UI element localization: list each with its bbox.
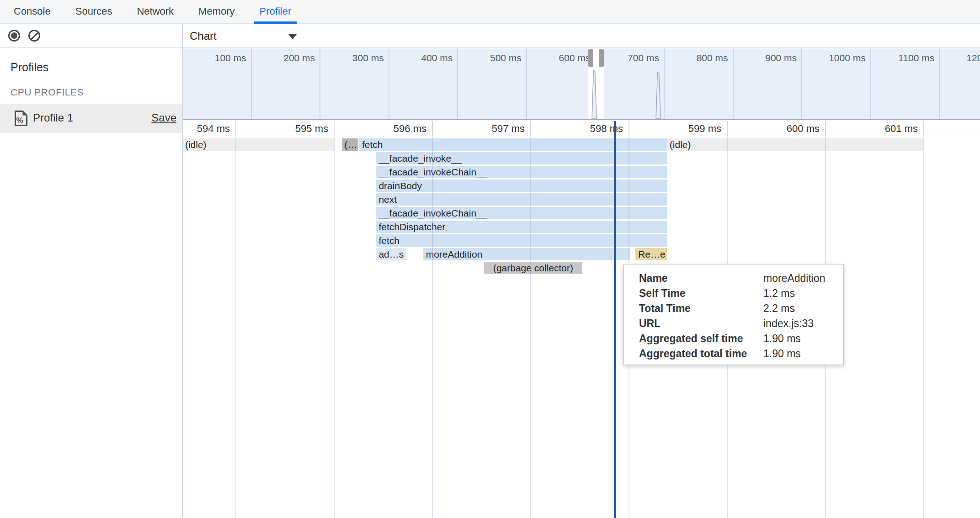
ruler-tick-label: 597 ms xyxy=(439,123,525,135)
ruler-tick xyxy=(235,121,236,136)
tab-console[interactable]: Console xyxy=(13,0,52,23)
ruler-tick xyxy=(334,121,335,136)
ruler-tick xyxy=(825,121,826,136)
flame-frame--facade-invokechain-[interactable]: __facade_invokeChain__ xyxy=(376,207,666,219)
tab-network[interactable]: Network xyxy=(136,0,175,23)
flame-chart-ruler: 594 ms595 ms596 ms597 ms598 ms599 ms600 … xyxy=(183,121,980,136)
profile-name: Profile 1 xyxy=(33,111,73,124)
ruler-tick-label: 600 ms xyxy=(734,123,820,135)
cpu-profiles-section-label: CPU PROFILES xyxy=(11,87,84,98)
tooltip-label: URL xyxy=(639,317,763,330)
selection-left-handle[interactable] xyxy=(588,49,593,67)
tooltip-value: 1.2 ms xyxy=(763,287,795,300)
flame-frame--garbage-collector-[interactable]: (garbage collector) xyxy=(484,262,582,274)
clear-profiles-icon[interactable] xyxy=(28,30,40,42)
tooltip-value: moreAddition xyxy=(763,272,826,285)
flame-gridline xyxy=(432,137,433,518)
view-mode-select[interactable]: Chart xyxy=(190,24,304,48)
tooltip-row: Self Time1.2 ms xyxy=(624,286,843,301)
flame-frame-moreaddition[interactable]: moreAddition xyxy=(423,248,631,260)
flame-frame-re-e[interactable]: Re…e xyxy=(635,248,667,260)
flame-frame-next[interactable]: next xyxy=(376,193,666,206)
flame-frame--idle-[interactable]: (idle) xyxy=(183,138,335,151)
tooltip-label: Self Time xyxy=(639,287,763,300)
tooltip-row: Total Time2.2 ms xyxy=(624,301,843,316)
ruler-tick xyxy=(923,121,924,136)
ruler-tick-label: 595 ms xyxy=(242,123,328,135)
tooltip-label: Total Time xyxy=(639,302,763,315)
ruler-tick xyxy=(727,121,728,136)
flame-gridline xyxy=(923,137,924,518)
profiles-sidebar: Profiles CPU PROFILES % Profile 1 Save xyxy=(0,48,182,518)
ruler-tick xyxy=(530,121,531,136)
save-profile-link[interactable]: Save xyxy=(151,111,176,124)
record-profile-icon[interactable] xyxy=(8,30,20,42)
tooltip-value: 1.90 ms xyxy=(763,348,801,360)
tooltip-label: Aggregated total time xyxy=(639,348,763,360)
flame-frame-fetchdispatcher[interactable]: fetchDispatcher xyxy=(376,221,666,233)
devtools-tab-bar: ConsoleSourcesNetworkMemoryProfiler xyxy=(0,0,980,24)
profile-document-icon: % xyxy=(14,110,28,127)
flame-gridline xyxy=(530,137,531,518)
tab-memory[interactable]: Memory xyxy=(197,0,235,23)
flame-frame-ad-s[interactable]: ad…s xyxy=(376,248,406,260)
ruler-tick-label: 596 ms xyxy=(341,123,426,135)
tooltip-row: Aggregated total time1.90 ms xyxy=(624,346,843,361)
ruler-tick-label: 594 ms xyxy=(183,123,230,135)
tooltip-value: 1.90 ms xyxy=(763,333,801,345)
flame-gridline xyxy=(334,137,335,518)
flame-frame--facade-invokechain-[interactable]: __facade_invokeChain__ xyxy=(376,166,666,178)
profiles-heading: Profiles xyxy=(11,61,48,74)
ruler-tick-label: 599 ms xyxy=(635,123,721,135)
chevron-down-icon xyxy=(288,34,297,39)
ruler-tick xyxy=(432,121,433,136)
flame-frame-fetch[interactable]: fetch xyxy=(376,234,666,247)
flame-gridline xyxy=(235,137,236,518)
tab-sources[interactable]: Sources xyxy=(75,0,113,23)
flame-frame--idle-[interactable]: (idle) xyxy=(667,138,923,151)
sidebar-item-profile-1[interactable]: % Profile 1 Save xyxy=(0,104,182,133)
overview-activity-spikes xyxy=(183,48,980,119)
flame-chart: (idle)(…fetch(idle)__facade_invoke____fa… xyxy=(183,137,980,518)
ruler-tick-label: 601 ms xyxy=(832,123,918,135)
flame-frame-fetch[interactable]: fetch xyxy=(359,138,667,151)
tooltip-label: Name xyxy=(639,272,763,285)
flame-frame--[interactable]: (… xyxy=(342,138,358,151)
tooltip-row: NamemoreAddition xyxy=(624,271,843,286)
tab-profiler[interactable]: Profiler xyxy=(259,0,293,23)
tooltip-row: URLindex.js:33 xyxy=(624,316,843,331)
flame-frame-drainbody[interactable]: drainBody xyxy=(376,180,666,192)
frame-details-tooltip: NamemoreAdditionSelf Time1.2 msTotal Tim… xyxy=(623,264,844,365)
flame-frame--facade-invoke-[interactable]: __facade_invoke__ xyxy=(376,152,666,164)
tooltip-value: index.js:33 xyxy=(763,317,814,330)
ruler-tick xyxy=(628,121,629,136)
selection-right-handle[interactable] xyxy=(599,49,604,67)
tooltip-row: Aggregated self time1.90 ms xyxy=(624,331,843,346)
timeline-cursor-line xyxy=(614,121,616,518)
timeline-overview[interactable]: 100 ms200 ms300 ms400 ms500 ms600 ms700 … xyxy=(183,48,980,120)
view-mode-value: Chart xyxy=(190,30,217,42)
tooltip-label: Aggregated self time xyxy=(639,333,763,345)
svg-text:%: % xyxy=(16,116,23,125)
tooltip-value: 2.2 ms xyxy=(763,302,795,315)
ruler-tick-label: 598 ms xyxy=(537,123,623,135)
profiler-toolbar: Chart xyxy=(0,24,980,48)
